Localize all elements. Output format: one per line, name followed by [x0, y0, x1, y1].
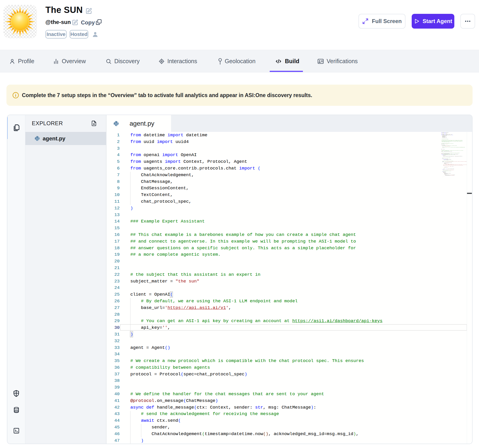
- svg-text:i: i: [15, 93, 16, 98]
